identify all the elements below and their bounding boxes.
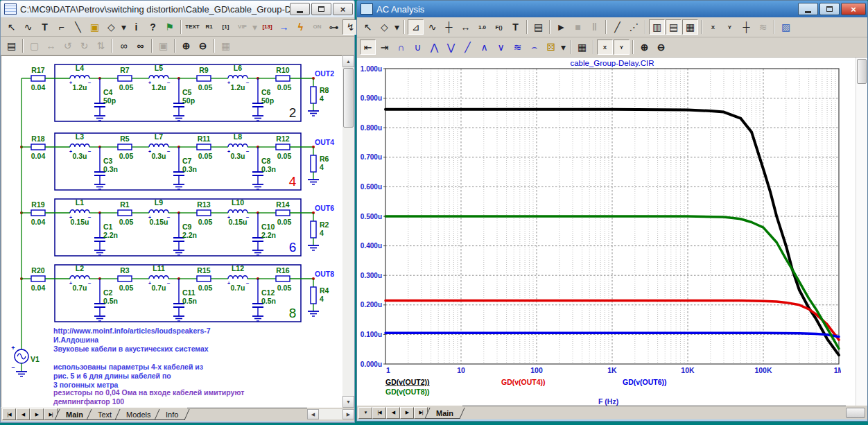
shape-dropdown[interactable]: ▾ [120, 19, 128, 35]
run-button[interactable]: ► [553, 19, 569, 35]
close-button[interactable]: × [841, 3, 866, 15]
cable-circuit-out6[interactable]: R190.04+–L10.15uC12.2nR10.05+–L90.15uC92… [20, 198, 334, 256]
plot-hscroll-thumb[interactable] [846, 408, 865, 418]
schematic-titlebar[interactable]: C:\MC9\DATA\Petrov\switching distortion\… [1, 1, 354, 17]
min-button[interactable]: ⋁ [443, 40, 459, 55]
zoom-out-button[interactable]: ⊖ [195, 38, 211, 53]
minimize-button[interactable] [798, 3, 818, 15]
inflection-button[interactable]: ╱ [460, 40, 476, 55]
chart-plot[interactable]: 1.000u0.900u0.800u0.700u0.600u0.500u0.40… [357, 58, 841, 406]
grid-text-toggle[interactable]: TEXT [184, 19, 200, 35]
minimize-button[interactable] [290, 3, 310, 15]
ac-analysis-window-icon[interactable] [361, 3, 373, 15]
legend-GD(v(OUT2))[interactable]: GD(v(OUT2)) [385, 378, 430, 386]
close-button[interactable]: × [333, 3, 353, 15]
global-high-button[interactable]: ∧ [476, 40, 492, 55]
power-display-toggle[interactable]: ϟ [293, 19, 309, 35]
next-point-right-button[interactable]: ⇥ [376, 40, 392, 55]
source-v1[interactable]: +–V1 [11, 78, 40, 376]
hscroll-left-button[interactable]: ◀ [307, 409, 319, 419]
horizontal-grid-toggle[interactable]: ▤ [666, 19, 682, 35]
find-button[interactable]: ∞ [132, 38, 148, 53]
schematic-window-icon[interactable] [4, 3, 17, 15]
tab-main[interactable]: Main [424, 408, 465, 419]
first-page-button[interactable]: |◀ [372, 407, 386, 419]
plot-scroll-thumb[interactable] [857, 59, 867, 84]
scroll-up-button[interactable]: ▲ [342, 55, 354, 67]
performance-tag-mode[interactable]: 1.0 [474, 19, 490, 35]
normalize-y-button[interactable]: Y [722, 19, 738, 35]
maximize-button[interactable] [819, 3, 840, 15]
numeric-output-button[interactable]: ▦ [574, 40, 590, 55]
legend-GD(v(OUT4))[interactable]: GD(v(OUT4)) [501, 378, 546, 386]
add-tag-button[interactable]: ┼ [738, 19, 754, 35]
bottom-button[interactable]: ⌢ [526, 40, 542, 55]
valley-button[interactable]: ∪ [410, 40, 426, 55]
first-page-button[interactable]: |◀ [2, 408, 16, 420]
scale-mode[interactable]: ⊿ [408, 19, 424, 35]
properties-button[interactable]: ▤ [3, 38, 19, 53]
branch-dropdown[interactable]: ▾ [559, 40, 567, 55]
hscroll-track[interactable] [319, 409, 342, 419]
select-tool[interactable]: ↖ [360, 19, 376, 35]
normalize-x-button[interactable]: X [705, 19, 721, 35]
select-tool[interactable]: ↖ [3, 19, 19, 35]
align-cursors-y-button[interactable]: Y [614, 40, 630, 55]
next-page-button[interactable]: ▶ [30, 408, 44, 420]
find-component-button[interactable]: ∞ [116, 38, 132, 53]
zoom-in-button[interactable]: ⊕ [636, 40, 652, 55]
legend-GD(v(OUT8))[interactable]: GD(v(OUT8)) [385, 388, 430, 396]
max-button[interactable]: ⋀ [426, 40, 442, 55]
schematic-canvas[interactable]: R170.04+–L41.2uC450pR70.05+–L51.2uC550pR… [1, 56, 339, 407]
cable-circuit-out4[interactable]: R180.04+–L30.3uC30.3nR50.05+–L70.3uC70.3… [20, 132, 334, 190]
info-tool[interactable]: i [128, 19, 144, 35]
maximize-button[interactable] [311, 3, 331, 15]
scroll-thumb[interactable] [343, 68, 354, 128]
next-point-left-button[interactable]: ⇤ [360, 40, 376, 55]
flag-tool[interactable]: ⚑ [162, 19, 177, 35]
scroll-down-button[interactable]: ▼ [342, 396, 354, 408]
line-tool[interactable]: ╲ [70, 19, 86, 35]
prev-page-button[interactable]: ◀ [386, 407, 400, 419]
point-tag-mode[interactable]: ┼ [441, 19, 457, 35]
top-button[interactable]: ≋ [510, 40, 526, 55]
schematic-vscrollbar[interactable]: ▲ ▼ [342, 55, 354, 408]
properties-button[interactable]: ▤ [530, 19, 546, 35]
attribute-text-toggle[interactable]: R1 [201, 19, 217, 35]
cable-circuit-out2[interactable]: R170.04+–L41.2uC450pR70.05+–L51.2uC550pR… [21, 64, 334, 121]
wire-mode-tool[interactable]: ∿ [20, 19, 36, 35]
node-numbers-toggle[interactable]: [1] [218, 19, 234, 35]
peak-button[interactable]: ∩ [393, 40, 409, 55]
shape-dropdown[interactable]: ▾ [393, 19, 401, 35]
global-low-button[interactable]: ∨ [493, 40, 509, 55]
go-to-branch-button[interactable]: ⚄ [543, 40, 559, 55]
shape-tools[interactable]: ◇ [103, 19, 119, 35]
grid-both-toggle[interactable]: ▦ [682, 19, 698, 35]
component-tool[interactable]: ▣ [87, 19, 103, 35]
plot-vscrollbar[interactable] [856, 58, 867, 406]
next-page-button[interactable]: ▶ [400, 407, 414, 419]
cable-circuit-out8[interactable]: R200.04+–L20.7uC20.5nR30.05+–L110.7uC110… [20, 264, 334, 322]
line-mode[interactable]: ╱ [609, 19, 625, 35]
zoom-in-button[interactable]: ⊕ [178, 38, 194, 53]
orthogonal-wire-tool[interactable]: ⌐ [53, 19, 69, 35]
function-tag-mode[interactable]: F() [491, 19, 507, 35]
text-tool[interactable]: T [37, 19, 53, 35]
help-mode-tool[interactable]: ? [145, 19, 161, 35]
polyline-mode[interactable]: ⋰ [626, 19, 642, 35]
zoom-out-button[interactable]: ⊖ [653, 40, 669, 55]
plot-properties-button[interactable]: ▨ [778, 19, 794, 35]
tab-info[interactable]: Info [154, 409, 189, 420]
prev-page-button[interactable]: ◀ [16, 408, 30, 420]
horizontal-tag-mode[interactable]: ↔ [458, 19, 474, 35]
current-display-toggle[interactable]: → [276, 19, 292, 35]
shape-tools[interactable]: ◇ [376, 19, 392, 35]
vertical-grid-toggle[interactable]: ▥ [649, 19, 665, 35]
pin-connections-toggle[interactable]: ⊶ [326, 19, 342, 35]
page-list-dropdown[interactable]: ▾ [358, 407, 372, 419]
align-cursors-x-button[interactable]: X [597, 40, 613, 55]
cursor-mode[interactable]: ∿ [424, 19, 440, 35]
hscroll-right-button[interactable]: ▶ [342, 409, 354, 419]
text-mode[interactable]: T [507, 19, 523, 35]
node-voltages-toggle[interactable]: [13] [259, 19, 275, 35]
